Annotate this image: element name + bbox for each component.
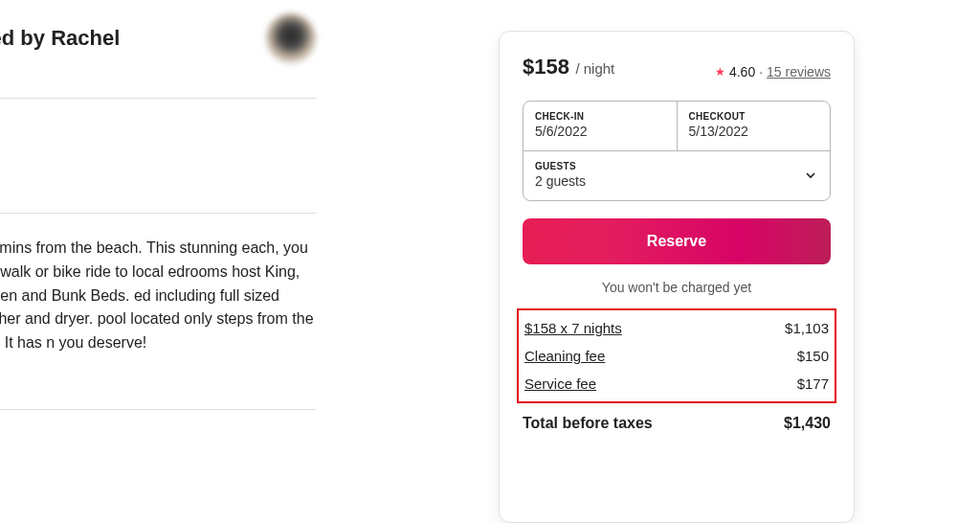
host-section: sted by Rachel	[0, 0, 316, 99]
chevron-down-icon	[803, 168, 818, 183]
guests-label: GUESTS	[535, 161, 586, 171]
breakdown-row: Cleaning fee $150	[524, 342, 829, 370]
listing-description: ly 5 mins from the beach. This stunning …	[0, 214, 316, 410]
checkin-value: 5/6/2022	[535, 124, 665, 139]
star-icon: ★	[715, 65, 725, 79]
checkout-value: 5/13/2022	[689, 124, 819, 139]
price-breakdown-highlight: $158 x 7 nights $1,103 Cleaning fee $150…	[517, 308, 836, 403]
per-night-label: / night	[575, 60, 614, 77]
breakdown-amount: $1,103	[785, 320, 829, 336]
breakdown-amount: $177	[797, 375, 829, 392]
total-label: Total before taxes	[523, 415, 653, 432]
price-block: $158 / night	[523, 55, 614, 80]
amenities-summary	[0, 99, 316, 214]
breakdown-label[interactable]: $158 x 7 nights	[524, 320, 622, 336]
charge-note: You won't be charged yet	[523, 280, 831, 295]
breakdown-row: $158 x 7 nights $1,103	[524, 314, 829, 342]
breakdown-amount: $150	[797, 348, 829, 364]
breakdown-row: Service fee $177	[524, 370, 829, 398]
total-amount: $1,430	[784, 415, 831, 432]
breakdown-label[interactable]: Cleaning fee	[524, 348, 605, 364]
guests-value: 2 guests	[535, 173, 586, 189]
nightly-price: $158	[523, 55, 569, 79]
separator-dot: ·	[759, 64, 763, 80]
rating-value: 4.60	[729, 64, 755, 80]
host-avatar[interactable]	[266, 13, 316, 63]
checkin-cell[interactable]: CHECK-IN 5/6/2022	[523, 102, 678, 150]
breakdown-label[interactable]: Service fee	[524, 375, 596, 392]
date-guest-picker: CHECK-IN 5/6/2022 CHECKOUT 5/13/2022 GUE…	[523, 101, 831, 201]
rating-block: ★ 4.60 · 15 reviews	[715, 64, 831, 80]
booking-card: $158 / night ★ 4.60 · 15 reviews CHECK-I…	[499, 31, 855, 523]
checkout-label: CHECKOUT	[689, 111, 819, 122]
host-title: sted by Rachel	[0, 26, 120, 51]
checkout-cell[interactable]: CHECKOUT 5/13/2022	[678, 102, 831, 150]
checkin-label: CHECK-IN	[535, 111, 665, 122]
reserve-button[interactable]: Reserve	[523, 218, 831, 264]
reviews-link[interactable]: 15 reviews	[767, 64, 831, 80]
total-row: Total before taxes $1,430	[523, 415, 831, 432]
guests-cell[interactable]: GUESTS 2 guests	[523, 150, 830, 200]
